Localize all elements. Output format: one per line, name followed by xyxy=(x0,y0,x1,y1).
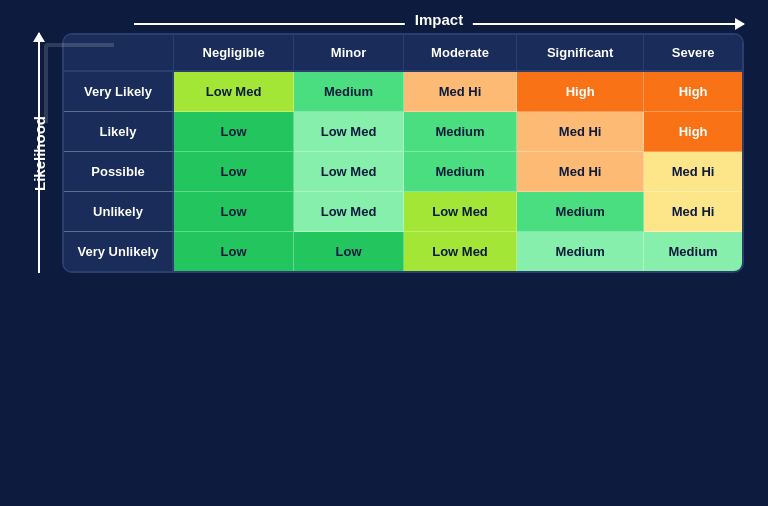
cell-r2-c1: Low Med xyxy=(294,152,404,192)
cell-r1-c1: Low Med xyxy=(294,112,404,152)
row-header-possible: Possible xyxy=(64,152,174,192)
cell-r2-c3: Med Hi xyxy=(517,152,644,192)
table-header-row: Negligible Minor Moderate Significant Se… xyxy=(64,35,742,72)
impact-header: Impact xyxy=(24,23,744,25)
header-moderate: Moderate xyxy=(404,35,517,72)
cell-r3-c4: Med Hi xyxy=(644,192,742,232)
cell-r2-c0: Low xyxy=(174,152,294,192)
risk-matrix-table-wrapper: Negligible Minor Moderate Significant Se… xyxy=(62,33,744,273)
cell-r0-c3: High xyxy=(517,72,644,112)
decorative-bracket xyxy=(44,43,114,123)
header-negligible: Negligible xyxy=(174,35,294,72)
cell-r3-c3: Medium xyxy=(517,192,644,232)
cell-r0-c1: Medium xyxy=(294,72,404,112)
cell-r0-c4: High xyxy=(644,72,742,112)
cell-r1-c3: Med Hi xyxy=(517,112,644,152)
cell-r2-c2: Medium xyxy=(404,152,517,192)
table-row: PossibleLowLow MedMediumMed HiMed Hi xyxy=(64,152,742,192)
cell-r4-c3: Medium xyxy=(517,232,644,271)
header-minor: Minor xyxy=(294,35,404,72)
table-row: Very LikelyLow MedMediumMed HiHighHigh xyxy=(64,72,742,112)
row-header-unlikely: Unlikely xyxy=(64,192,174,232)
cell-r4-c2: Low Med xyxy=(404,232,517,271)
cell-r1-c2: Medium xyxy=(404,112,517,152)
cell-r4-c4: Medium xyxy=(644,232,742,271)
table-row: LikelyLowLow MedMediumMed HiHigh xyxy=(64,112,742,152)
header-severe: Severe xyxy=(644,35,742,72)
impact-arrow-line: Impact xyxy=(134,23,744,25)
table-row: UnlikelyLowLow MedLow MedMediumMed Hi xyxy=(64,192,742,232)
row-header-very-unlikely: Very Unlikely xyxy=(64,232,174,271)
impact-label: Impact xyxy=(405,11,473,28)
cell-r0-c2: Med Hi xyxy=(404,72,517,112)
cell-r3-c0: Low xyxy=(174,192,294,232)
likelihood-wrapper: Likelihood xyxy=(24,33,54,273)
table-row: Very UnlikelyLowLowLow MedMediumMedium xyxy=(64,232,742,271)
risk-matrix-container: Impact Likelihood Negligible Minor Moder… xyxy=(24,23,744,483)
cell-r1-c4: High xyxy=(644,112,742,152)
risk-matrix-table: Negligible Minor Moderate Significant Se… xyxy=(62,33,744,273)
likelihood-label: Likelihood xyxy=(31,116,48,191)
cell-r1-c0: Low xyxy=(174,112,294,152)
cell-r3-c1: Low Med xyxy=(294,192,404,232)
cell-r2-c4: Med Hi xyxy=(644,152,742,192)
cell-r4-c0: Low xyxy=(174,232,294,271)
header-significant: Significant xyxy=(517,35,644,72)
cell-r0-c0: Low Med xyxy=(174,72,294,112)
main-area: Likelihood Negligible Minor Moderate Sig… xyxy=(24,33,744,273)
cell-r4-c1: Low xyxy=(294,232,404,271)
cell-r3-c2: Low Med xyxy=(404,192,517,232)
